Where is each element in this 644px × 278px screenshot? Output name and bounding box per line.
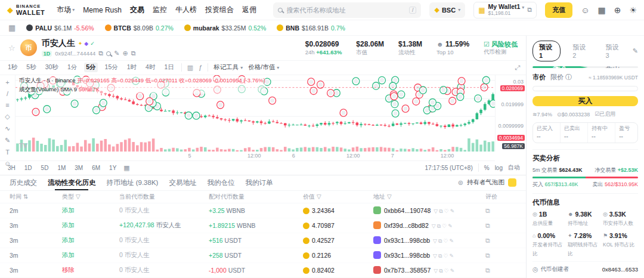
range-6m[interactable]: 6M — [90, 164, 102, 172]
tf-5m[interactable]: 5分 — [84, 63, 97, 72]
preset-edit-icon[interactable]: ✎ — [633, 48, 638, 54]
tf-15m[interactable]: 15分 — [103, 63, 120, 72]
row-address[interactable]: 0xf39d...c8bd82 — [384, 222, 429, 229]
tf-5s[interactable]: 5秒 — [24, 63, 38, 72]
binance-wallet-logo[interactable]: ◆ BINANCE WALLET — [7, 4, 45, 16]
tab-liquidity-history[interactable]: 流动性变化历史 — [48, 175, 96, 190]
favorite-star-icon[interactable]: ☆ — [8, 44, 16, 52]
mark-tool-dropdown[interactable]: 标记工具▾ — [213, 63, 243, 72]
buy-tab[interactable]: 买入 — [532, 66, 588, 68]
copy-icon[interactable]: ⧉ — [98, 50, 103, 57]
global-search[interactable]: / — [273, 2, 421, 18]
auto-scale-toggle[interactable]: 自动 — [508, 163, 520, 172]
nav-item-portfolio[interactable]: 投资组合 — [205, 5, 234, 15]
candlestick-chart[interactable] — [16, 75, 495, 152]
tab-my-positions[interactable]: 我的仓位 — [207, 175, 234, 190]
external-link-icon[interactable]: ⧉ — [485, 222, 526, 230]
external-link-icon[interactable]: ⧉ — [485, 237, 526, 245]
address-actions[interactable]: ▽⧉♡✎ — [432, 223, 454, 229]
nav-item-market[interactable]: 市场▾ — [57, 5, 75, 15]
edit-icon[interactable]: ✎ — [114, 50, 119, 57]
range-5d[interactable]: 5D — [39, 164, 51, 172]
shapes-icon[interactable]: ◇ — [5, 113, 10, 121]
wallet-selector[interactable]: ▦ My Wallet1 ▾ $1,198.01 ⧉ — [473, 2, 537, 18]
nav-item-monitor[interactable]: 监控 — [153, 5, 167, 15]
row-address[interactable]: 0x7b73...358557 — [384, 267, 431, 274]
profile-icon[interactable]: ☺ — [581, 5, 589, 15]
ticker-item[interactable]: mubarak $33.25M 0.52% — [184, 24, 266, 32]
table-row[interactable]: 3m 移除 0 币安人生 -1,000 USDT 0.82402 0x7b73.… — [0, 263, 526, 278]
log-scale-toggle[interactable]: log — [495, 165, 503, 171]
range-1y[interactable]: 1Y — [107, 164, 118, 172]
nav-item-meme-rush[interactable]: Meme Rush — [83, 6, 122, 14]
language-globe-icon[interactable]: ⊕ — [614, 5, 621, 15]
tradingview-logo[interactable]: TV — [19, 142, 27, 149]
trendline-icon[interactable]: / — [7, 90, 8, 97]
tab-traders[interactable]: 交易地址 — [169, 175, 196, 190]
sort-icon[interactable]: ⇅ — [23, 193, 28, 200]
alert-icon[interactable]: ⊕ — [122, 50, 128, 57]
preset-1[interactable]: 预设 1 — [532, 41, 561, 61]
crosshair-icon[interactable]: + — [5, 79, 9, 86]
nav-item-leaderboard[interactable]: 牛人榜 — [175, 5, 197, 15]
ticker-item[interactable]: BNB $168.91B 0.7% — [277, 24, 345, 32]
deposit-button[interactable]: 充值 — [545, 2, 572, 18]
tf-1d[interactable]: 1日 — [162, 63, 175, 72]
nav-item-trade[interactable]: 交易 — [130, 5, 144, 15]
price-mcap-dropdown[interactable]: 价格/市值▾ — [248, 63, 279, 72]
buy-button[interactable]: 买入 — [532, 96, 638, 106]
tf-1m[interactable]: 1分 — [66, 63, 79, 72]
brush-icon[interactable]: ✎ — [5, 137, 10, 144]
row-address[interactable]: 0x93c1...998cbb — [384, 252, 430, 259]
sell-tab[interactable]: 卖出 — [588, 66, 638, 68]
address-actions[interactable]: ▽⧉♡✎ — [434, 208, 456, 214]
external-link-icon[interactable]: ⧉ — [485, 252, 526, 260]
fullscreen-icon[interactable]: ⤢ — [515, 64, 520, 71]
range-3m[interactable]: 3M — [73, 164, 85, 172]
table-row[interactable]: 2m 添加 0 币安人生 +3.25 WBNB 3.24364 0xbb64..… — [0, 203, 526, 218]
percent-scale-toggle[interactable]: % — [484, 165, 490, 171]
chart-clock[interactable]: 17:17:55 (UTC+8) — [425, 165, 472, 171]
row-address[interactable]: 0x93c1...998cbb — [384, 237, 430, 244]
risk-check[interactable]: ☑ 风险较低 代币检测 — [484, 41, 518, 56]
search-input[interactable] — [286, 7, 405, 14]
tab-trade-history[interactable]: 历史成交 — [10, 175, 37, 190]
limit-order-tab[interactable]: 限价 ⓘ — [550, 73, 572, 82]
tab-my-orders[interactable]: 我的订单 — [245, 175, 273, 190]
preset-3[interactable]: 预设 3 — [600, 41, 627, 61]
search-icon[interactable] — [106, 51, 111, 56]
address-actions[interactable]: ▽⧉♡✎ — [433, 238, 455, 244]
filter-icon[interactable]: ▽ — [387, 193, 392, 200]
external-link-icon[interactable]: ⧉ — [485, 267, 526, 274]
market-order-tab[interactable]: 市价 — [532, 73, 546, 82]
address-actions[interactable]: ▽⧉♡✎ — [433, 253, 455, 259]
indicators-icon[interactable]: ƒ — [199, 64, 202, 71]
table-row[interactable]: 3m 添加 0 币安人生 +258 USDT 0.2126 0x93c1...9… — [0, 248, 526, 263]
tab-holders[interactable]: 持币地址 (9.38K) — [107, 175, 159, 190]
copy-address-icon[interactable]: ⧉ — [527, 7, 532, 13]
tf-4h[interactable]: 4时 — [144, 63, 157, 72]
chart-type-icon[interactable]: ▥ — [187, 64, 193, 71]
time-axis[interactable]: 5 12:00 6 12:00 7 12:00 — [0, 152, 495, 161]
address-actions[interactable]: ▽⧉♡✎ — [434, 268, 456, 274]
range-1d[interactable]: 1D — [23, 164, 34, 172]
ticker-item[interactable]: PALU $6.1M -5.56% — [26, 24, 94, 32]
creator-address[interactable]: 0x8463...6533 — [602, 266, 638, 273]
range-1m[interactable]: 1M — [55, 164, 67, 172]
theme-sun-icon[interactable]: ☀ — [629, 5, 637, 15]
tf-1h[interactable]: 1时 — [125, 63, 138, 72]
preset-2[interactable]: 预设 2 — [566, 41, 593, 61]
assets-icon[interactable]: ▦ — [597, 5, 605, 15]
external-link-icon[interactable]: ⧉ — [485, 207, 526, 215]
price-axis[interactable]: 0.03 0.028069 0.019999 0.0099999 0.00346… — [495, 75, 526, 152]
bubble-map-app-icon[interactable] — [508, 178, 516, 187]
ticker-item[interactable]: BTCB $8.09B 0.27% — [105, 24, 174, 32]
chain-selector-bsc[interactable]: ◆ BSC ▾ — [429, 2, 465, 18]
tf-30s[interactable]: 30秒 — [44, 63, 60, 72]
parallel-lines-icon[interactable]: ≡ — [5, 101, 9, 109]
wave-icon[interactable]: ∿ — [5, 125, 10, 132]
row-address[interactable]: 0xbb64...190748 — [384, 207, 431, 214]
tf-1s[interactable]: 1秒 — [6, 63, 19, 72]
go-to-date-icon[interactable]: ▦ — [123, 165, 129, 171]
nav-item-referral[interactable]: 返佣 — [242, 5, 256, 15]
